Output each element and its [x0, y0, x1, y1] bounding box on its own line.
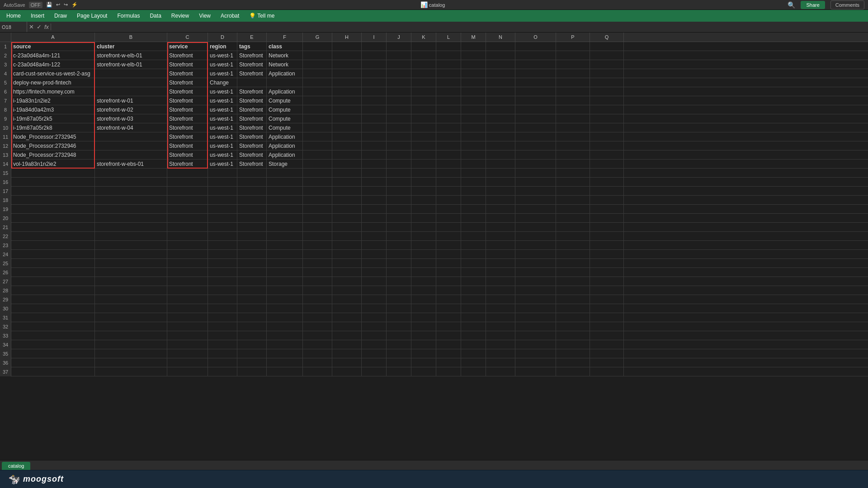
cell-I10[interactable]	[362, 123, 387, 132]
cell-Q5[interactable]	[590, 78, 624, 87]
cell-L36[interactable]	[436, 358, 461, 367]
cell-P15[interactable]	[556, 169, 590, 178]
cell-B30[interactable]	[95, 304, 167, 313]
cell-J31[interactable]	[387, 313, 411, 322]
cell-F19[interactable]	[267, 205, 303, 214]
cell-O31[interactable]	[515, 313, 556, 322]
cell-D9[interactable]: us-west-1	[208, 114, 237, 123]
cell-O1[interactable]	[515, 42, 556, 51]
cell-C2[interactable]: Storefront	[167, 51, 208, 60]
cell-O9[interactable]	[515, 114, 556, 123]
cell-E1[interactable]: tags	[237, 42, 267, 51]
col-header-n[interactable]: N	[486, 33, 515, 42]
cell-G37[interactable]	[303, 367, 332, 376]
cell-C17[interactable]	[167, 187, 208, 196]
cell-B26[interactable]	[95, 268, 167, 277]
cell-D31[interactable]	[208, 313, 237, 322]
cell-I6[interactable]	[362, 87, 387, 96]
cell-D30[interactable]	[208, 304, 237, 313]
cell-O35[interactable]	[515, 349, 556, 358]
cell-E30[interactable]	[237, 304, 267, 313]
cell-E19[interactable]	[237, 205, 267, 214]
cell-L16[interactable]	[436, 178, 461, 187]
cell-M31[interactable]	[461, 313, 486, 322]
cell-L23[interactable]	[436, 241, 461, 250]
cell-J18[interactable]	[387, 196, 411, 205]
cell-N37[interactable]	[486, 367, 515, 376]
cell-A35[interactable]	[11, 349, 95, 358]
cell-B20[interactable]	[95, 214, 167, 223]
cell-G16[interactable]	[303, 178, 332, 187]
cell-C20[interactable]	[167, 214, 208, 223]
cell-N21[interactable]	[486, 223, 515, 232]
fx-icon[interactable]: fx	[44, 23, 49, 30]
cell-P2[interactable]	[556, 51, 590, 60]
cell-E20[interactable]	[237, 214, 267, 223]
col-header-c[interactable]: C	[167, 33, 208, 42]
cell-P8[interactable]	[556, 105, 590, 114]
cell-K33[interactable]	[411, 331, 436, 340]
cell-O16[interactable]	[515, 178, 556, 187]
cell-D22[interactable]	[208, 232, 237, 241]
cell-H25[interactable]	[332, 259, 362, 268]
cell-Q31[interactable]	[590, 313, 624, 322]
cell-N30[interactable]	[486, 304, 515, 313]
cell-I37[interactable]	[362, 367, 387, 376]
cell-D4[interactable]: us-west-1	[208, 69, 237, 78]
cell-M37[interactable]	[461, 367, 486, 376]
cell-J13[interactable]	[387, 150, 411, 160]
cell-J28[interactable]	[387, 286, 411, 295]
cell-Q25[interactable]	[590, 259, 624, 268]
cell-C37[interactable]	[167, 367, 208, 376]
cell-H31[interactable]	[332, 313, 362, 322]
cell-K37[interactable]	[411, 367, 436, 376]
cell-L19[interactable]	[436, 205, 461, 214]
cell-C6[interactable]: Storefront	[167, 87, 208, 96]
cell-D16[interactable]	[208, 178, 237, 187]
cell-P18[interactable]	[556, 196, 590, 205]
confirm-formula-icon[interactable]: ✓	[37, 23, 42, 30]
cell-F17[interactable]	[267, 187, 303, 196]
cell-F13[interactable]: Application	[267, 150, 303, 160]
cell-Q32[interactable]	[590, 322, 624, 331]
cell-M21[interactable]	[461, 223, 486, 232]
autosave-toggle[interactable]: OFF	[29, 2, 42, 8]
cell-H2[interactable]	[332, 51, 362, 60]
cell-D12[interactable]: us-west-1	[208, 141, 237, 150]
cell-P25[interactable]	[556, 259, 590, 268]
cell-O18[interactable]	[515, 196, 556, 205]
cell-J26[interactable]	[387, 268, 411, 277]
cell-J23[interactable]	[387, 241, 411, 250]
cell-O2[interactable]	[515, 51, 556, 60]
cell-P14[interactable]	[556, 160, 590, 169]
cell-I28[interactable]	[362, 286, 387, 295]
cell-Q8[interactable]	[590, 105, 624, 114]
cell-O8[interactable]	[515, 105, 556, 114]
cell-C12[interactable]: Storefront	[167, 141, 208, 150]
cell-L9[interactable]	[436, 114, 461, 123]
cell-Q16[interactable]	[590, 178, 624, 187]
cell-I21[interactable]	[362, 223, 387, 232]
cell-P31[interactable]	[556, 313, 590, 322]
cell-P23[interactable]	[556, 241, 590, 250]
cell-Q10[interactable]	[590, 123, 624, 132]
cell-B32[interactable]	[95, 322, 167, 331]
cell-G8[interactable]	[303, 105, 332, 114]
cell-F15[interactable]	[267, 169, 303, 178]
cell-L1[interactable]	[436, 42, 461, 51]
cell-Q17[interactable]	[590, 187, 624, 196]
cell-Q19[interactable]	[590, 205, 624, 214]
cell-A3[interactable]: c-23a0d48a4m-122	[11, 60, 95, 69]
cell-K17[interactable]	[411, 187, 436, 196]
cell-A37[interactable]	[11, 367, 95, 376]
cell-I25[interactable]	[362, 259, 387, 268]
cell-J19[interactable]	[387, 205, 411, 214]
cell-F6[interactable]: Application	[267, 87, 303, 96]
menu-tell-me[interactable]: 💡Tell me	[245, 11, 279, 20]
cell-F8[interactable]: Compute	[267, 105, 303, 114]
cell-P19[interactable]	[556, 205, 590, 214]
col-header-p[interactable]: P	[556, 33, 590, 42]
cell-E26[interactable]	[237, 268, 267, 277]
cell-B12[interactable]	[95, 141, 167, 150]
cell-E28[interactable]	[237, 286, 267, 295]
